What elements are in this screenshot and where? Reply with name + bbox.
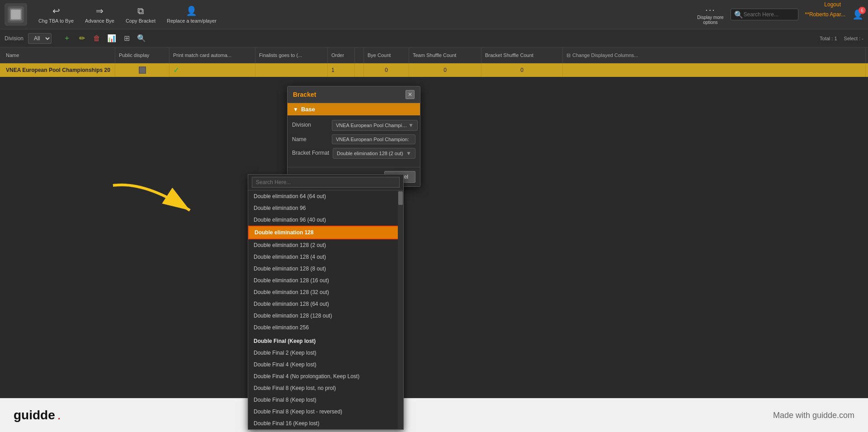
dropdown-scrollbar[interactable] xyxy=(398,190,403,429)
copy-bracket-label: Copy Bracket xyxy=(126,18,156,24)
replace-team-label: Replace a team/player xyxy=(167,18,217,24)
td-team-shuffle: 0 xyxy=(409,63,481,77)
modal-body: Division VNEA European Pool Championship… xyxy=(288,115,420,167)
display-more-btn[interactable]: ··· Display moreoptions xyxy=(697,5,723,25)
modal-title: Bracket xyxy=(293,91,316,98)
table-header: Name Public display Print match card aut… xyxy=(0,47,868,63)
dropdown-item[interactable]: Double Final (Keep lost) xyxy=(248,333,403,347)
modal-section-title: Base xyxy=(301,106,315,113)
dropdown-item[interactable]: Double elimination 128 (2 out) xyxy=(248,239,403,251)
th-public: Public display xyxy=(115,47,170,63)
dropdown-item[interactable]: Double Final 16 (Keep lost) xyxy=(248,418,403,429)
td-bye: 0 xyxy=(364,63,409,77)
app-logo xyxy=(5,3,27,26)
table-row[interactable]: VNEA European Pool Championships 20 ✓ 1 … xyxy=(0,63,868,77)
division-field-value[interactable]: VNEA European Pool Championships 2023 ( … xyxy=(332,120,418,131)
division-select[interactable]: All xyxy=(28,33,52,44)
select-label: Select : - xyxy=(844,36,863,41)
notification-badge[interactable]: 👤 6 xyxy=(852,9,863,20)
change-columns-icon: ⊟ xyxy=(566,52,571,58)
th-finalists: Finalists goes to (... xyxy=(255,47,328,63)
th-order: Order xyxy=(328,47,355,63)
bracket-format-value[interactable]: Double elimination 128 (2 out) ▼ xyxy=(333,148,415,159)
three-dots-icon: ··· xyxy=(705,5,716,15)
dropdown-item[interactable]: Double elimination 128 (4 out) xyxy=(248,251,403,263)
advance-bye-label: Advance Bye xyxy=(85,18,114,24)
bracket-format-label: Bracket Format xyxy=(292,148,329,156)
dropdown-item[interactable]: Double Final 8 (Keep lost, no prol) xyxy=(248,382,403,394)
notification-count: 6 xyxy=(859,7,866,14)
dropdown-item[interactable]: Double Final 8 (Keep lost) xyxy=(248,394,403,406)
grid-btn[interactable]: ⊞ xyxy=(120,32,133,45)
bracket-format-caret-icon: ▼ xyxy=(406,150,411,157)
totals: Total : 1 Select : - xyxy=(820,36,863,41)
logout-label: Logout xyxy=(824,1,841,8)
th-change[interactable]: ⊟ Change Displayed Columns... xyxy=(563,47,866,63)
bracket-format-row: Bracket Format Double elimination 128 (2… xyxy=(292,148,415,159)
guidde-dot: . xyxy=(57,408,61,423)
dropdown-item[interactable]: Double elimination 64 (64 out) xyxy=(248,190,403,202)
th-bracket-shuffle: Bracket Shuffle Count xyxy=(481,47,563,63)
guidde-logo: guidde . xyxy=(14,408,61,423)
dropdown-item[interactable]: Double Final 4 (Keep lost) xyxy=(248,359,403,370)
replace-team-icon: 👤 xyxy=(186,5,197,16)
total-label: Total : 1 xyxy=(820,36,837,41)
copy-bracket-icon: ⧉ xyxy=(137,6,144,16)
copy-bracket-btn[interactable]: ⧉ Copy Bracket xyxy=(121,4,160,26)
dropdown-item[interactable]: Double elimination 256 xyxy=(248,322,403,333)
advance-bye-icon: ⇒ xyxy=(96,5,104,16)
display-more-label: Display moreoptions xyxy=(697,15,723,25)
chg-tba-btn[interactable]: ↩ Chg TBA to Bye xyxy=(34,3,78,26)
dropdown-item[interactable]: Double elimination 96 (40 out) xyxy=(248,214,403,226)
th-team-shuffle: Team Shuffle Count xyxy=(409,47,481,63)
dropdown-item[interactable]: Double elimination 128 xyxy=(248,226,403,239)
sub-toolbar: Division All ＋ ✏ 🗑 📊 ⊞ 🔍 Total : 1 Selec… xyxy=(0,29,868,47)
dropdown-item[interactable]: Double elimination 128 (128 out) xyxy=(248,310,403,322)
replace-team-btn[interactable]: 👤 Replace a team/player xyxy=(162,3,221,26)
name-field-value[interactable]: VNEA European Pool Champion: xyxy=(332,134,415,144)
division-label: Division xyxy=(5,35,24,42)
dropdown-item[interactable]: Double elimination 96 xyxy=(248,202,403,214)
add-btn[interactable]: ＋ xyxy=(61,32,73,45)
td-change xyxy=(563,63,866,77)
modal-close-btn[interactable]: ✕ xyxy=(406,90,415,99)
division-row: Division VNEA European Pool Championship… xyxy=(292,120,415,131)
name-field-label: Name xyxy=(292,134,328,142)
user-label: **Roberto Apar... xyxy=(805,11,845,18)
section-arrow-icon: ▼ xyxy=(293,106,298,113)
dropdown-search-container xyxy=(248,175,403,190)
delete-btn[interactable]: 🗑 xyxy=(90,32,103,45)
arrow-annotation xyxy=(99,176,235,231)
td-gap xyxy=(355,63,364,77)
dropdown-item[interactable]: Double elimination 128 (32 out) xyxy=(248,286,403,298)
edit-btn[interactable]: ✏ xyxy=(75,32,88,45)
dropdown-item[interactable]: Double Final 8 (Keep lost - reversed) xyxy=(248,406,403,418)
advance-bye-btn[interactable]: ⇒ Advance Bye xyxy=(80,3,119,26)
th-print: Print match card automa... xyxy=(170,47,255,63)
dropdown-item[interactable]: Double elimination 128 (16 out) xyxy=(248,275,403,286)
page-footer: guidde . Made with guidde.com xyxy=(0,398,868,432)
public-display-checkbox xyxy=(139,66,146,74)
search-icon: 🔍 xyxy=(734,10,743,19)
division-caret-icon: ▼ xyxy=(408,122,414,128)
dropdown-item[interactable]: Double Final 4 (No prolongation, Keep Lo… xyxy=(248,370,403,382)
chg-tba-label: Chg TBA to Bye xyxy=(38,18,74,24)
th-name: Name xyxy=(2,47,115,63)
th-gap xyxy=(355,47,364,63)
dropdown-search-input[interactable] xyxy=(252,177,400,188)
modal-section-header: ▼ Base xyxy=(288,103,420,115)
name-row: Name VNEA European Pool Champion: xyxy=(292,134,415,144)
td-print: ✓ xyxy=(170,63,255,77)
dropdown-item[interactable]: Double Final 2 (Keep lost) xyxy=(248,347,403,359)
td-public xyxy=(115,63,170,77)
change-columns-label: Change Displayed Columns... xyxy=(572,52,638,58)
search-btn[interactable]: 🔍 xyxy=(135,32,148,45)
dropdown-item[interactable]: Double elimination 128 (64 out) xyxy=(248,298,403,310)
td-name: VNEA European Pool Championships 20 xyxy=(2,63,115,77)
excel-btn[interactable]: 📊 xyxy=(105,32,118,45)
bracket-modal: Bracket ✕ ▼ Base Division VNEA European … xyxy=(287,86,420,187)
main-content: Bracket ✕ ▼ Base Division VNEA European … xyxy=(0,77,868,344)
dropdown-item[interactable]: Double elimination 128 (8 out) xyxy=(248,263,403,275)
bracket-format-dropdown[interactable]: Double elimination 64 (64 out)Double eli… xyxy=(248,174,404,430)
division-field-label: Division xyxy=(292,120,328,128)
